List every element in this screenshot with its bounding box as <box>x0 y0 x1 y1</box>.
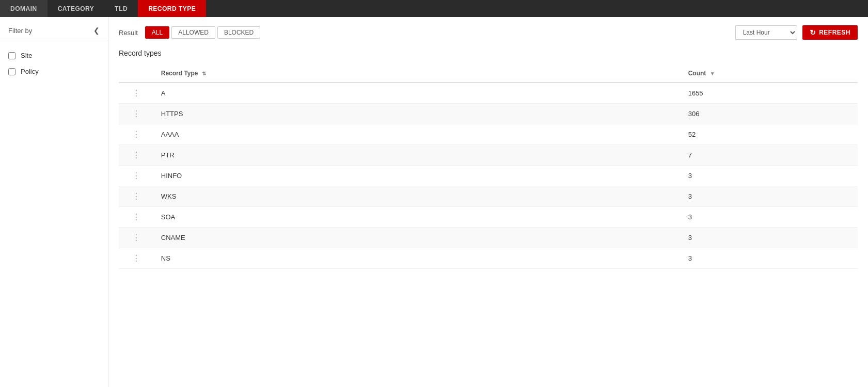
row-count-5: 3 <box>682 186 858 207</box>
row-record-type-6: SOA <box>155 207 682 228</box>
nav-item-record-type[interactable]: RECORD TYPE <box>138 0 206 17</box>
col-record-type-label: Record Type <box>161 70 198 77</box>
col-record-type[interactable]: Record Type ⇅ <box>155 64 682 83</box>
row-dots-6[interactable]: ⋮ <box>119 207 155 228</box>
col-count[interactable]: Count ▼ <box>682 64 858 83</box>
refresh-icon: ↻ <box>810 28 816 37</box>
nav-item-category[interactable]: CATEGORY <box>48 0 105 17</box>
nav-item-domain[interactable]: DOMAIN <box>0 0 48 17</box>
row-record-type-0: A <box>155 83 682 104</box>
table-row: ⋮CNAME3 <box>119 228 858 248</box>
table-row: ⋮HINFO3 <box>119 166 858 186</box>
table-row: ⋮WKS3 <box>119 186 858 207</box>
table-row: ⋮AAAA52 <box>119 124 858 145</box>
result-label: Result <box>119 29 138 37</box>
sidebar-item-policy[interactable]: Policy <box>0 63 108 79</box>
row-dots-7[interactable]: ⋮ <box>119 228 155 248</box>
row-dots-4[interactable]: ⋮ <box>119 166 155 186</box>
row-count-8: 3 <box>682 248 858 269</box>
sidebar-items: SitePolicy <box>0 47 108 79</box>
table-row: ⋮PTR7 <box>119 145 858 166</box>
row-record-type-3: PTR <box>155 145 682 166</box>
nav-item-tld[interactable]: TLD <box>104 0 138 17</box>
sidebar-item-label-site: Site <box>21 52 32 59</box>
table-row: ⋮A1655 <box>119 83 858 104</box>
table-row: ⋮NS3 <box>119 248 858 269</box>
row-count-2: 52 <box>682 124 858 145</box>
refresh-button[interactable]: ↻ REFRESH <box>802 25 858 40</box>
filter-btn-all[interactable]: ALL <box>145 26 169 39</box>
row-count-3: 7 <box>682 145 858 166</box>
filter-buttons: ALLALLOWEDBLOCKED <box>145 26 260 39</box>
row-dots-3[interactable]: ⋮ <box>119 145 155 166</box>
row-record-type-2: AAAA <box>155 124 682 145</box>
row-count-1: 306 <box>682 104 858 124</box>
toolbar-right: Last HourLast DayLast WeekLast Month ↻ R… <box>735 25 858 40</box>
row-record-type-8: NS <box>155 248 682 269</box>
checkbox-site[interactable] <box>8 52 15 59</box>
record-types-table: Record Type ⇅ Count ▼ ⋮A1655⋮HTTPS306⋮AA… <box>119 64 858 269</box>
count-sort-icon: ▼ <box>710 71 715 76</box>
row-record-type-4: HINFO <box>155 166 682 186</box>
top-nav: DOMAINCATEGORYTLDRECORD TYPE <box>0 0 868 17</box>
table-header: Record Type ⇅ Count ▼ <box>119 64 858 83</box>
row-count-0: 1655 <box>682 83 858 104</box>
refresh-label: REFRESH <box>819 29 850 36</box>
record-type-sort-icon: ⇅ <box>202 71 206 76</box>
row-dots-5[interactable]: ⋮ <box>119 186 155 207</box>
row-dots-0[interactable]: ⋮ <box>119 83 155 104</box>
row-dots-1[interactable]: ⋮ <box>119 104 155 124</box>
toolbar-left: Result ALLALLOWEDBLOCKED <box>119 26 260 39</box>
content-area: Result ALLALLOWEDBLOCKED Last HourLast D… <box>108 17 868 387</box>
table-row: ⋮SOA3 <box>119 207 858 228</box>
sidebar: Filter by ❮ SitePolicy <box>0 17 108 387</box>
col-count-label: Count <box>688 70 706 77</box>
filter-header: Filter by ❮ <box>0 23 108 41</box>
col-dots <box>119 64 155 83</box>
main-layout: Filter by ❮ SitePolicy Result ALLALLOWED… <box>0 17 868 387</box>
filter-btn-blocked[interactable]: BLOCKED <box>217 26 260 39</box>
row-record-type-5: WKS <box>155 186 682 207</box>
toolbar: Result ALLALLOWEDBLOCKED Last HourLast D… <box>119 25 858 40</box>
filter-btn-allowed[interactable]: ALLOWED <box>171 26 215 39</box>
chevron-icon[interactable]: ❮ <box>93 26 100 35</box>
section-title: Record types <box>119 49 858 57</box>
table-body: ⋮A1655⋮HTTPS306⋮AAAA52⋮PTR7⋮HINFO3⋮WKS3⋮… <box>119 83 858 269</box>
checkbox-policy[interactable] <box>8 68 15 75</box>
row-dots-8[interactable]: ⋮ <box>119 248 155 269</box>
time-select[interactable]: Last HourLast DayLast WeekLast Month <box>735 25 797 40</box>
row-count-7: 3 <box>682 228 858 248</box>
table-row: ⋮HTTPS306 <box>119 104 858 124</box>
sidebar-item-site[interactable]: Site <box>0 47 108 63</box>
row-dots-2[interactable]: ⋮ <box>119 124 155 145</box>
row-count-6: 3 <box>682 207 858 228</box>
filter-label: Filter by <box>8 27 32 35</box>
sidebar-item-label-policy: Policy <box>21 68 39 75</box>
row-record-type-1: HTTPS <box>155 104 682 124</box>
row-record-type-7: CNAME <box>155 228 682 248</box>
row-count-4: 3 <box>682 166 858 186</box>
